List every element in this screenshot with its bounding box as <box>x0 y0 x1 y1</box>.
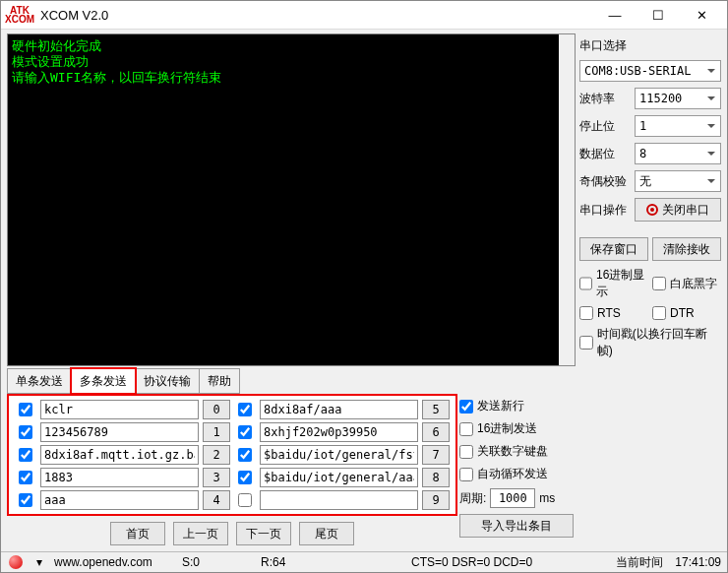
row-send-button[interactable]: 1 <box>203 422 230 442</box>
row-send-button[interactable]: 0 <box>203 400 230 419</box>
databits-label: 数据位 <box>579 146 631 162</box>
record-icon <box>646 204 658 216</box>
page-prev-button[interactable]: 上一页 <box>173 522 228 545</box>
status-time-value: 17:41:09 <box>669 555 727 569</box>
close-button[interactable]: ✕ <box>680 1 723 29</box>
stopbits-label: 停止位 <box>579 118 631 135</box>
terminal-output[interactable]: 硬件初始化完成模式设置成功请输入WIFI名称，以回车换行符结束 <box>7 33 576 366</box>
period-unit: ms <box>539 491 555 505</box>
row-checkbox[interactable] <box>19 403 32 416</box>
portop-label: 串口操作 <box>579 202 631 219</box>
row-input[interactable] <box>260 468 418 487</box>
period-label: 周期: <box>459 490 486 507</box>
row-input[interactable] <box>260 422 418 442</box>
row-send-button[interactable]: 7 <box>422 445 450 465</box>
status-sent: S:0 <box>176 555 255 569</box>
terminal-line: 请输入WIFI名称，以回车换行符结束 <box>12 70 571 86</box>
minimize-button[interactable]: — <box>593 1 637 29</box>
hex-display-checkbox[interactable]: 16进制显示 <box>579 267 648 300</box>
tab-help[interactable]: 帮助 <box>199 368 240 394</box>
clear-recv-button[interactable]: 清除接收 <box>652 237 721 261</box>
page-last-button[interactable]: 尾页 <box>299 522 354 545</box>
rts-checkbox[interactable]: RTS <box>579 306 648 320</box>
auto-loop-checkbox[interactable]: 自动循环发送 <box>459 466 574 482</box>
maximize-button[interactable]: ☐ <box>637 1 680 29</box>
timestamp-checkbox[interactable]: 时间戳(以换行回车断帧) <box>579 326 721 359</box>
page-next-button[interactable]: 下一页 <box>236 522 291 545</box>
row-send-button[interactable]: 2 <box>203 445 230 465</box>
period-input[interactable] <box>490 488 535 508</box>
status-signals: CTS=0 DSR=0 DCD=0 <box>334 555 610 569</box>
row-checkbox[interactable] <box>19 425 32 439</box>
row-input[interactable] <box>260 400 418 419</box>
dtr-checkbox[interactable]: DTR <box>652 306 721 320</box>
row-checkbox[interactable] <box>238 425 252 439</box>
window-title: XCOM V2.0 <box>40 8 593 23</box>
row-input[interactable] <box>40 400 199 419</box>
status-orb-icon <box>9 555 23 569</box>
port-label: 串口选择 <box>579 37 721 54</box>
row-checkbox[interactable] <box>238 403 252 416</box>
tab-single-send[interactable]: 单条发送 <box>7 368 72 394</box>
row-input[interactable] <box>260 445 418 465</box>
terminal-line: 模式设置成功 <box>12 54 571 70</box>
row-input[interactable] <box>40 422 199 442</box>
numpad-checkbox[interactable]: 关联数字键盘 <box>459 443 574 460</box>
status-url[interactable]: www.openedv.com <box>48 555 176 569</box>
status-bar: ▾ www.openedv.com S:0 R:64 CTS=0 DSR=0 D… <box>1 551 727 572</box>
tab-multi-send[interactable]: 多条发送 <box>71 368 136 394</box>
row-input[interactable] <box>40 445 199 465</box>
status-recv: R:64 <box>255 555 334 569</box>
row-checkbox[interactable] <box>19 471 32 484</box>
row-send-button[interactable]: 5 <box>422 400 450 419</box>
parity-select[interactable]: 无 <box>635 170 721 192</box>
multi-send-panel: 0516273849 <box>7 394 457 516</box>
white-bg-checkbox[interactable]: 白底黑字 <box>652 276 721 292</box>
page-first-button[interactable]: 首页 <box>110 522 165 545</box>
row-send-button[interactable]: 9 <box>422 490 450 510</box>
terminal-line: 硬件初始化完成 <box>12 38 571 54</box>
row-checkbox[interactable] <box>19 493 32 507</box>
row-checkbox[interactable] <box>19 448 32 462</box>
row-send-button[interactable]: 3 <box>203 468 230 487</box>
app-logo: ATK XCOM <box>5 6 34 24</box>
save-window-button[interactable]: 保存窗口 <box>579 237 648 261</box>
import-export-button[interactable]: 导入导出条目 <box>459 514 574 538</box>
row-checkbox[interactable] <box>238 471 252 484</box>
row-input[interactable] <box>260 490 418 510</box>
parity-label: 奇偶校验 <box>579 173 631 190</box>
row-send-button[interactable]: 4 <box>203 490 230 510</box>
row-send-button[interactable]: 6 <box>422 422 450 442</box>
send-newline-checkbox[interactable]: 发送新行 <box>459 398 574 414</box>
baud-label: 波特率 <box>579 91 631 107</box>
port-toggle-button[interactable]: 关闭串口 <box>635 198 721 222</box>
row-send-button[interactable]: 8 <box>422 468 450 487</box>
row-checkbox[interactable] <box>238 448 252 462</box>
terminal-scrollbar[interactable] <box>559 34 575 365</box>
pager-row: 首页 上一页 下一页 尾页 <box>7 516 457 551</box>
row-checkbox[interactable] <box>238 493 252 507</box>
baud-select[interactable]: 115200 <box>635 88 721 109</box>
tab-bar: 单条发送多条发送协议传输帮助 <box>7 368 576 394</box>
status-dropdown-icon[interactable]: ▾ <box>30 555 48 569</box>
hex-send-checkbox[interactable]: 16进制发送 <box>459 420 574 437</box>
row-input[interactable] <box>40 490 199 510</box>
databits-select[interactable]: 8 <box>635 143 721 164</box>
stopbits-select[interactable]: 1 <box>635 115 721 137</box>
port-select[interactable]: COM8:USB-SERIAL <box>579 60 721 82</box>
status-time-label: 当前时间 <box>610 554 669 571</box>
row-input[interactable] <box>40 468 199 487</box>
tab-protocol[interactable]: 协议传输 <box>135 368 200 394</box>
